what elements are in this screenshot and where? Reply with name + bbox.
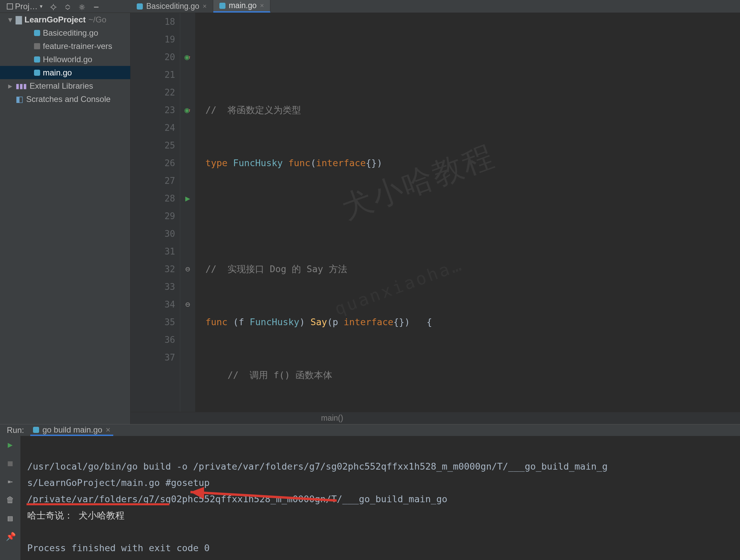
file-name: Basicediting.go <box>43 28 98 38</box>
gear-icon[interactable] <box>79 3 85 10</box>
locate-icon[interactable] <box>50 3 57 10</box>
tree-scratches[interactable]: ◧ Scratches and Console <box>0 92 130 106</box>
implements-icon[interactable]: ◉↑ <box>180 48 195 66</box>
rerun-icon[interactable]: ▶ <box>6 440 15 449</box>
file-name: Helloworld.go <box>43 55 92 64</box>
tree-file[interactable]: Helloworld.go <box>0 53 130 66</box>
tab-basicediting[interactable]: Basicediting.go × <box>131 0 213 13</box>
annotation-arrow-icon <box>180 487 343 507</box>
project-icon <box>7 3 13 10</box>
collapse-icon[interactable] <box>64 3 71 10</box>
fold-icon[interactable]: ⊖ <box>180 296 195 313</box>
go-file-icon <box>219 3 225 9</box>
code-punc: (f <box>233 317 250 327</box>
library-icon: ▮▮▮ <box>16 82 27 90</box>
svg-marker-8 <box>190 487 204 499</box>
folder-icon: ▇ <box>16 15 22 24</box>
tab-label: main.go <box>229 1 257 10</box>
icon-gutter: ◉↑ ◉↑ ▶ ⊖ ⊖ <box>180 13 195 412</box>
code-comment: // 将函数定义为类型 <box>205 105 301 115</box>
tree-file-selected[interactable]: main.go <box>0 66 130 79</box>
code-punc: ( <box>310 158 316 168</box>
svg-point-0 <box>52 5 55 9</box>
code-kw: func <box>205 317 233 327</box>
file-name: main.go <box>43 68 72 77</box>
svg-line-7 <box>190 492 337 501</box>
run-gutter-icon[interactable]: ▶ <box>180 190 195 207</box>
tree-file[interactable]: Basicediting.go <box>0 26 130 39</box>
line-number-gutter: 18 19 20 21 22 23 24 25 26 27 28 29 30 3… <box>131 13 180 412</box>
close-icon[interactable]: × <box>106 425 111 435</box>
run-panel: Run: go build main.go × ▶ ■ ⇤ 🗑 ▤ 📌 /usr… <box>0 424 740 560</box>
console-line: /usr/local/go/bin/go build -o /private/v… <box>27 461 608 472</box>
tab-label: Basicediting.go <box>146 2 199 11</box>
scratches-label: Scratches and Console <box>26 94 111 104</box>
minimize-icon[interactable] <box>93 3 100 10</box>
close-icon[interactable]: × <box>260 2 264 10</box>
close-icon[interactable]: × <box>203 2 207 10</box>
fold-icon[interactable]: ⊖ <box>180 260 195 278</box>
file-name: feature-trainer-vers <box>43 41 112 51</box>
breadcrumb-label: main() <box>321 414 343 423</box>
project-root-path: ~/Go <box>88 15 106 24</box>
code-type: FuncHusky <box>250 317 299 327</box>
run-tab[interactable]: go build main.go × <box>30 424 113 436</box>
go-file-icon <box>34 30 40 36</box>
trash-icon[interactable]: 🗑 <box>6 495 15 504</box>
stop-icon[interactable]: ■ <box>6 458 15 467</box>
project-selector-label: Proj… <box>15 2 38 11</box>
tab-main[interactable]: main.go × <box>213 0 271 13</box>
project-view-selector[interactable]: Proj… ▾ <box>7 2 43 11</box>
code-type: FuncHusky <box>233 158 288 168</box>
code-func: Say <box>310 317 327 327</box>
code-punc: ) <box>299 317 310 327</box>
run-label: Run: <box>7 425 24 435</box>
external-libraries-label: External Libraries <box>30 81 93 91</box>
run-panel-header: Run: go build main.go × <box>0 424 740 436</box>
chevron-down-icon[interactable]: ▾ <box>8 15 13 24</box>
chevron-right-icon[interactable]: ▸ <box>8 81 13 91</box>
code-content[interactable]: 犬小哈教程 quanxiaoha… // 将函数定义为类型 type FuncH… <box>195 13 740 412</box>
editor-tabs: Basicediting.go × main.go × <box>131 0 740 13</box>
tree-file[interactable]: feature-trainer-vers <box>0 39 130 53</box>
go-file-icon <box>34 56 40 63</box>
code-punc: {}) <box>366 158 382 168</box>
go-file-icon <box>34 70 40 76</box>
code-kw: interface <box>343 317 393 327</box>
console-output[interactable]: /usr/local/go/bin/go build -o /private/v… <box>20 436 740 560</box>
run-tab-label: go build main.go <box>43 425 102 435</box>
pin-icon[interactable]: 📌 <box>6 532 15 541</box>
code-punc: (p <box>327 317 344 327</box>
console-line-output: 哈士奇说： 犬小哈教程 <box>27 510 124 521</box>
chevron-down-icon: ▾ <box>40 3 43 10</box>
project-tree[interactable]: ▾ ▇ LearnGoProject ~/Go Basicediting.go … <box>0 13 131 424</box>
text-file-icon <box>34 43 40 49</box>
scratches-icon: ◧ <box>16 94 23 104</box>
console-line: Process finished with exit code 0 <box>27 543 209 553</box>
code-comment: // 实现接口 Dog 的 Say 方法 <box>205 264 347 274</box>
tree-external-libraries[interactable]: ▸ ▮▮▮ External Libraries <box>0 79 130 92</box>
code-kw: type <box>205 158 233 168</box>
project-pane-header: Proj… ▾ <box>0 0 131 13</box>
go-file-icon <box>137 3 143 10</box>
layout-icon[interactable]: ▤ <box>6 513 15 522</box>
exit-icon[interactable]: ⇤ <box>6 477 15 486</box>
code-editor[interactable]: 18 19 20 21 22 23 24 25 26 27 28 29 30 3… <box>131 13 740 412</box>
console-line: s/LearnGoProject/main.go #gosetup <box>27 477 209 488</box>
go-file-icon <box>33 427 39 433</box>
annotation-underline <box>27 503 169 505</box>
code-comment: // 调用 f() 函数本体 <box>228 370 332 380</box>
project-root-name: LearnGoProject <box>24 15 86 24</box>
code-kw: interface <box>316 158 366 168</box>
breadcrumb[interactable]: main() <box>131 412 740 424</box>
run-side-toolbar: ▶ ■ ⇤ 🗑 ▤ 📌 <box>0 436 20 560</box>
tree-root[interactable]: ▾ ▇ LearnGoProject ~/Go <box>0 13 130 26</box>
code-punc: {}) { <box>393 317 432 327</box>
implements-icon[interactable]: ◉↑ <box>180 101 195 119</box>
code-kw: func <box>288 158 310 168</box>
svg-point-5 <box>81 6 83 8</box>
